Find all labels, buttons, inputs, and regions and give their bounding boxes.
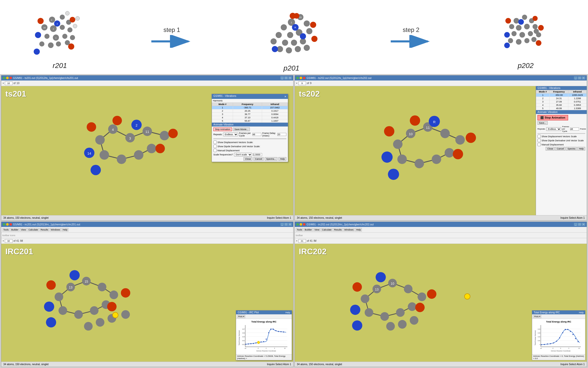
irc202-builder-menu[interactable]: Builder (304, 228, 313, 232)
ts202-nav-current[interactable] (298, 82, 306, 85)
irc202-help-menu[interactable]: Help (355, 228, 362, 232)
ts201-frames-input[interactable] (252, 133, 261, 136)
ts202-close[interactable]: × (582, 76, 585, 79)
ts201-repeats-select[interactable]: Endless (223, 133, 238, 136)
irc201-yellow-light[interactable] (6, 223, 9, 226)
ts201-save-btn[interactable]: Save Movie... (233, 128, 250, 131)
irc202-red-light[interactable] (303, 223, 305, 226)
ts201-nav-current[interactable] (5, 82, 13, 85)
irc201-red-light[interactable] (9, 223, 12, 226)
ts202-spectra-btn[interactable]: Spectra (566, 147, 577, 151)
ts202-close-btn[interactable]: Close (546, 147, 555, 151)
svg-point-95 (100, 150, 109, 160)
irc201-minimize[interactable]: _ (280, 223, 284, 226)
vib-row-4[interactable]: 4 37.10 0.4418 (212, 116, 288, 119)
ts201-show-disp-check[interactable] (213, 141, 217, 144)
irc201-nav-current[interactable] (5, 239, 13, 243)
ts201-vib-close-x[interactable]: × (284, 95, 286, 98)
irc201-mol-svg: 13 15 (1, 244, 191, 362)
irc202-results-menu[interactable]: Results (333, 228, 343, 232)
svg-point-70 (508, 38, 513, 43)
ts201-scale-select[interactable]: Don't scale (234, 153, 252, 156)
irc202-nav-current[interactable] (298, 239, 306, 243)
svg-point-104 (91, 165, 101, 175)
ts201-stop-btn[interactable]: Stop Animation (213, 128, 232, 131)
ts201-show-dipole-check[interactable] (213, 145, 217, 148)
ts201-close[interactable]: × (288, 76, 292, 79)
ts201-delay-input[interactable] (277, 133, 286, 136)
ts202-stop-btn[interactable]: ⬛ Stop Animation (537, 115, 568, 120)
vib-row-2[interactable]: 2 20.25 0.1917 (212, 109, 288, 113)
irc202-maximize[interactable]: □ (578, 223, 581, 226)
svg-text:Total Energy (Hartree): Total Energy (Hartree) (238, 330, 240, 345)
irc201-toolbar: toolbar icons (1, 233, 293, 238)
vib-row-3[interactable]: 3 36.77 0.0094 (212, 113, 288, 116)
irc202-yellow-light[interactable] (300, 223, 302, 226)
svg-point-35 (281, 24, 287, 30)
ts202-cancel-btn[interactable]: Cancel (555, 147, 565, 151)
ts201-scale-input[interactable] (253, 153, 262, 156)
ts202-vib-row-2[interactable]: 2 24.31 1.2288 (536, 97, 587, 100)
irc201-builder-menu[interactable]: Builder (10, 228, 19, 232)
ts201-cancel-btn[interactable]: Cancel (253, 157, 264, 161)
vib-row-1[interactable]: 1 -360.71 157.0462 (212, 106, 288, 109)
irc201-results-menu[interactable]: Results (40, 228, 49, 232)
svg-point-12 (56, 41, 61, 47)
ts202-minimize[interactable]: _ (574, 76, 577, 79)
svg-point-33 (304, 20, 310, 27)
ts202-frames-input[interactable] (570, 128, 579, 131)
ts201-yellow-light[interactable] (6, 77, 9, 79)
irc201-calculate-menu[interactable]: Calculate (27, 228, 39, 232)
ts202-save-btn[interactable]: Save... (537, 121, 548, 125)
ts202-vib-panel: GS/M91 - Vibrations Mode # Frequency Inf… (536, 86, 587, 215)
ts202-vib-row-1[interactable]: 1 -950.80 1095.0429 (536, 94, 587, 97)
irc202-minimize[interactable]: _ (574, 223, 577, 226)
svg-text:13: 13 (375, 288, 379, 291)
ts201-help-btn[interactable]: Help (278, 157, 286, 161)
ts201-green-light[interactable] (3, 77, 5, 79)
irc201-view-menu[interactable]: View (20, 228, 27, 232)
ts202-green-light[interactable] (296, 77, 299, 79)
irc202-plot-help[interactable]: Help (579, 311, 584, 314)
irc201-windows-menu[interactable]: Windows (50, 228, 61, 232)
ts201-close-btn[interactable]: Close (243, 157, 252, 161)
ts202-yellow-light[interactable] (300, 77, 302, 79)
ts202-show-disp-check[interactable] (537, 135, 541, 138)
irc201-help-menu[interactable]: Help (62, 228, 68, 232)
ts202-maximize[interactable]: □ (578, 76, 581, 79)
svg-point-250 (544, 344, 545, 345)
irc202-windows-menu[interactable]: Windows (343, 228, 355, 232)
ts202-vib-row-5[interactable]: 5 49.99 1.5389 (536, 107, 587, 110)
irc202-tools-menu[interactable]: Tools (296, 228, 303, 232)
svg-text:5: 5 (274, 348, 275, 349)
svg-text:0.03: 0.03 (538, 332, 540, 334)
ts201-spectra-btn[interactable]: Spectra... (265, 157, 278, 161)
ts201-manual-disp-check[interactable] (213, 149, 217, 152)
irc201-maximize[interactable]: □ (284, 223, 288, 226)
ts202-help-btn[interactable]: Help (577, 147, 585, 151)
irc202-view-menu[interactable]: View (313, 228, 320, 232)
irc202-close[interactable]: × (582, 223, 585, 226)
svg-point-222 (415, 303, 425, 312)
svg-point-122 (455, 135, 465, 145)
ts202-vib-row-3[interactable]: 3 27.09 0.0751 (536, 100, 587, 103)
irc201-plot-help[interactable]: Help (285, 311, 290, 314)
ts201-minimize[interactable]: _ (280, 76, 284, 79)
ts202-vib-row-4[interactable]: 4 35.60 0.3953 (536, 103, 587, 107)
ts202-repeats-select[interactable]: Endless (546, 127, 561, 131)
ts202-show-dipole-check[interactable] (537, 139, 541, 142)
irc202-plots-btn[interactable]: Plots ▾ (533, 315, 541, 318)
ts202-manual-disp-check[interactable] (537, 143, 541, 146)
irc201-green-light[interactable] (3, 223, 5, 226)
irc201-tools-menu[interactable]: Tools (2, 228, 10, 232)
irc201-plots-btn[interactable]: Plots ▾ (237, 315, 245, 318)
svg-text:1: 1 (55, 37, 57, 39)
svg-point-217 (380, 312, 389, 321)
vib-row-5[interactable]: 5 55.67 1.1007 (212, 119, 288, 123)
ts201-maximize[interactable]: □ (284, 76, 288, 79)
ts201-red-light[interactable] (9, 77, 12, 79)
ts202-red-light[interactable] (303, 77, 305, 79)
irc202-calculate-menu[interactable]: Calculate (321, 228, 333, 232)
irc201-close[interactable]: × (288, 223, 292, 226)
irc202-green-light[interactable] (296, 223, 299, 226)
